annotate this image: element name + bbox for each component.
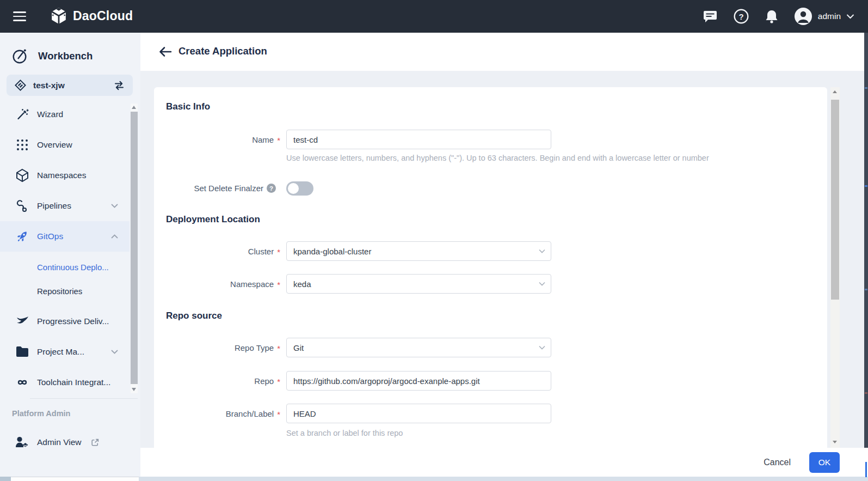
workspace-icon <box>14 79 27 92</box>
bird-icon <box>15 314 29 328</box>
required-marker: * <box>277 408 280 419</box>
required-marker: * <box>277 278 280 289</box>
sidebar-item-namespaces[interactable]: Namespaces <box>0 160 130 191</box>
user-menu[interactable]: admin <box>794 7 854 26</box>
chevron-down-icon <box>111 350 118 354</box>
sidebar-item-label: Repositories <box>37 287 82 296</box>
branch-input[interactable] <box>286 404 551 423</box>
namespace-select[interactable]: keda <box>286 274 551 294</box>
sidebar-item-label: Continuous Deplo... <box>37 263 109 272</box>
right-edge-window-sliver <box>864 33 868 448</box>
sidebar-divider <box>30 398 138 399</box>
name-label: Name * <box>154 134 280 145</box>
scroll-down-arrow[interactable] <box>132 388 136 391</box>
sidebar-item-project-management[interactable]: Project Ma... <box>0 337 130 367</box>
workspace-name: test-xjw <box>33 81 113 90</box>
form-card: Basic Info Name * Use lowercase letters,… <box>154 87 827 448</box>
sidebar-item-repositories[interactable]: Repositories <box>0 279 130 303</box>
section-repo-source: Repo source <box>166 310 827 322</box>
scroll-up-arrow[interactable] <box>833 90 837 93</box>
sidebar-item-label: Admin View <box>37 437 82 447</box>
right-edge-blue-line <box>865 462 867 477</box>
question-icon[interactable]: ? <box>267 184 276 193</box>
scroll-down-arrow[interactable] <box>833 441 837 443</box>
finalizer-row: Set Delete Finalzer ? <box>154 181 827 196</box>
sidebar-item-pipelines[interactable]: Pipelines <box>0 191 130 221</box>
name-field-row: Name * <box>154 130 827 149</box>
sidebar-item-label: Progressive Deliv... <box>37 316 109 326</box>
required-marker: * <box>277 134 280 145</box>
app-window: DaoCloud ? <box>0 0 868 481</box>
module-title: Workbench <box>38 50 93 62</box>
bell-icon[interactable] <box>764 8 780 25</box>
scrollbar-thumb[interactable] <box>831 100 839 300</box>
cluster-select[interactable]: kpanda-global-cluster <box>286 241 551 261</box>
form-footer: Cancel OK <box>140 448 868 477</box>
sidebar-item-overview[interactable]: Overview <box>0 130 130 160</box>
chevron-up-icon <box>111 234 118 239</box>
wand-icon <box>15 107 29 121</box>
sidebar-item-label: Toolchain Integrat... <box>37 378 110 387</box>
sidebar-item-label: Pipelines <box>37 201 71 211</box>
pipeline-icon <box>15 199 29 213</box>
content-area: Basic Info Name * Use lowercase letters,… <box>140 71 868 448</box>
module-header: Workbench <box>12 48 93 64</box>
topbar: DaoCloud ? <box>0 0 868 33</box>
chat-icon[interactable] <box>703 8 719 25</box>
sidebar-item-wizard[interactable]: Wizard <box>0 99 130 130</box>
section-basic-info: Basic Info <box>166 101 827 113</box>
cancel-button[interactable]: Cancel <box>764 458 791 467</box>
hamburger-icon[interactable] <box>13 10 27 22</box>
name-input[interactable] <box>286 130 551 149</box>
required-marker: * <box>277 375 280 386</box>
sidebar-item-continuous-deployment[interactable]: Continuous Deplo... <box>0 255 130 279</box>
cube-icon <box>15 168 29 182</box>
help-icon[interactable]: ? <box>733 8 749 25</box>
back-arrow-icon[interactable] <box>159 46 172 57</box>
daocloud-cube-icon <box>50 7 67 25</box>
sidebar-item-toolchain-integration[interactable]: Toolchain Integrat... <box>0 367 130 398</box>
repo-input[interactable] <box>286 371 551 391</box>
infinity-icon <box>15 375 29 389</box>
sidebar-item-progressive-delivery[interactable]: Progressive Deliv... <box>0 306 130 337</box>
required-marker: * <box>277 342 280 353</box>
repo-label: Repo * <box>154 375 280 386</box>
sidebar-item-label: Wizard <box>37 109 63 119</box>
ok-button[interactable]: OK <box>809 452 840 473</box>
workspace-selector[interactable]: test-xjw <box>7 75 133 96</box>
namespace-label: Namespace * <box>154 278 280 289</box>
repo-type-field-row: Repo Type * Git <box>154 338 827 357</box>
external-link-icon <box>90 438 100 447</box>
brand-name: DaoCloud <box>73 9 133 23</box>
brand-logo[interactable]: DaoCloud <box>50 7 133 25</box>
finalizer-toggle[interactable] <box>286 181 313 196</box>
sidebar-item-label: Project Ma... <box>37 347 84 357</box>
repo-field-row: Repo * <box>154 371 827 391</box>
hscroll-left-segment <box>0 477 11 481</box>
sidebar-item-admin-view[interactable]: Admin View <box>0 430 140 454</box>
switch-workspace-icon[interactable] <box>113 80 125 91</box>
chevron-down-icon <box>846 14 854 19</box>
horizontal-scrollbar[interactable] <box>0 477 868 481</box>
sidebar: Workbench test-xjw <box>0 33 140 481</box>
chevron-down-icon <box>539 282 545 286</box>
grid-icon <box>15 138 29 152</box>
page-title: Create Application <box>178 45 267 57</box>
chevron-down-icon <box>539 249 545 253</box>
scroll-up-arrow[interactable] <box>132 106 136 109</box>
cluster-label: Cluster * <box>154 246 280 257</box>
sidebar-scrollbar[interactable] <box>131 103 138 393</box>
section-deployment-location: Deployment Location <box>166 214 827 226</box>
namespace-field-row: Namespace * keda <box>154 274 827 294</box>
workbench-icon <box>12 48 28 64</box>
cluster-field-row: Cluster * kpanda-global-cluster <box>154 241 827 261</box>
content-scrollbar[interactable] <box>830 87 840 448</box>
sidebar-item-gitops[interactable]: GitOps <box>0 221 130 252</box>
repo-type-select[interactable]: Git <box>286 338 551 357</box>
sidebar-item-label: GitOps <box>37 232 63 241</box>
folder-icon <box>15 345 29 359</box>
sidebar-item-label: Overview <box>37 140 72 150</box>
hscroll-thumb[interactable] <box>11 477 139 481</box>
admin-user-icon <box>14 435 29 449</box>
scrollbar-thumb[interactable] <box>131 112 138 384</box>
